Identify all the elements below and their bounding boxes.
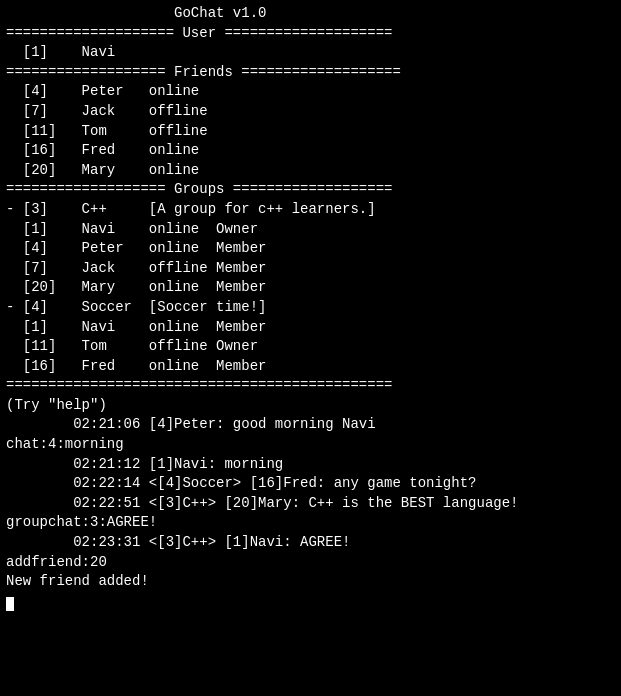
terminal-line-msg3: 02:22:14 <[4]Soccer> [16]Fred: any game … — [6, 474, 615, 494]
terminal-line-user-navi: [1] Navi — [6, 43, 615, 63]
terminal-line-cmd3: addfriend:20 — [6, 553, 615, 573]
terminal-line-groups-divider: =================== Groups =============… — [6, 180, 615, 200]
terminal-line-msg5: 02:23:31 <[3]C++> [1]Navi: AGREE! — [6, 533, 615, 553]
terminal-line-msg2: 02:21:12 [1]Navi: morning — [6, 455, 615, 475]
terminal-line-group-soccer-header: - [4] Soccer [Soccer time!] — [6, 298, 615, 318]
terminal-line-group-soccer-tom: [11] Tom offline Owner — [6, 337, 615, 357]
terminal-line-msg1: 02:21:06 [4]Peter: good morning Navi — [6, 415, 615, 435]
terminal-line-new-friend: New friend added! — [6, 572, 615, 592]
terminal-line-msg4: 02:22:51 <[3]C++> [20]Mary: C++ is the B… — [6, 494, 615, 514]
terminal-line-cmd2: groupchat:3:AGREE! — [6, 513, 615, 533]
terminal-line-friends-divider: =================== Friends ============… — [6, 63, 615, 83]
input-cursor — [6, 597, 14, 611]
terminal-line-friend-tom: [11] Tom offline — [6, 122, 615, 142]
terminal-line-friend-fred: [16] Fred online — [6, 141, 615, 161]
terminal-line-friend-mary: [20] Mary online — [6, 161, 615, 181]
terminal-line-group-soccer-fred: [16] Fred online Member — [6, 357, 615, 377]
terminal-line-group-cpp-navi: [1] Navi online Owner — [6, 220, 615, 240]
terminal-line-friend-peter: [4] Peter online — [6, 82, 615, 102]
terminal-line-cmd1: chat:4:morning — [6, 435, 615, 455]
terminal-line-title: GoChat v1.0 — [6, 4, 615, 24]
terminal-line-friend-jack: [7] Jack offline — [6, 102, 615, 122]
terminal-line-group-cpp-jack: [7] Jack offline Member — [6, 259, 615, 279]
terminal-line-help-hint: (Try "help") — [6, 396, 615, 416]
terminal-line-group-soccer-navi: [1] Navi online Member — [6, 318, 615, 338]
terminal-line-bottom-divider: ========================================… — [6, 376, 615, 396]
terminal-line-group-cpp-peter: [4] Peter online Member — [6, 239, 615, 259]
terminal-line-group-cpp-header: - [3] C++ [A group for c++ learners.] — [6, 200, 615, 220]
terminal-output: GoChat v1.0==================== User ===… — [6, 4, 615, 592]
terminal-line-user-divider: ==================== User ==============… — [6, 24, 615, 44]
terminal-line-group-cpp-mary: [20] Mary online Member — [6, 278, 615, 298]
